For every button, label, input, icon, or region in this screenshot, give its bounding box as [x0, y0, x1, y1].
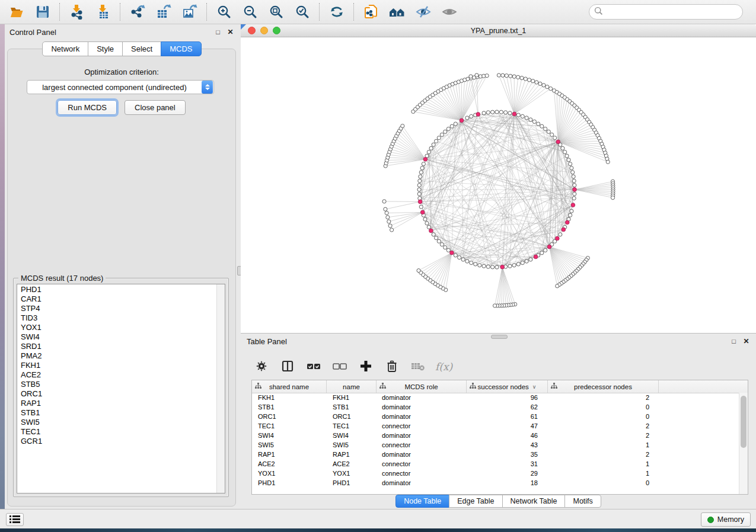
zoom-selected-button[interactable] — [289, 1, 315, 23]
zoom-in-button[interactable] — [211, 1, 237, 23]
tab-node-table[interactable]: Node Table — [395, 495, 449, 508]
zoom-fit-button[interactable] — [263, 1, 289, 23]
export-image-button[interactable] — [177, 1, 203, 23]
mcds-result-item[interactable]: PMA2 — [17, 351, 216, 361]
tab-network-table[interactable]: Network Table — [502, 495, 566, 508]
table-cell: 31 — [467, 460, 548, 467]
show-panels-list-button[interactable] — [6, 513, 24, 526]
show-graphics-button[interactable] — [436, 1, 462, 23]
column-header-name[interactable]: name — [327, 380, 377, 393]
add-column-button[interactable] — [356, 357, 376, 376]
dropdown-value: largest connected component (undirected) — [27, 83, 202, 92]
mcds-list-scrollbar[interactable] — [216, 284, 225, 493]
table-row[interactable]: TEC1TEC1connector472 — [252, 421, 739, 431]
mcds-result-item[interactable]: RAP1 — [17, 399, 216, 408]
table-row[interactable]: SWI5SWI5connector431 — [252, 440, 739, 450]
table-cell: RAP1 — [327, 451, 377, 458]
optimization-criterion-select[interactable]: largest connected component (undirected) — [27, 80, 214, 94]
tab-motifs[interactable]: Motifs — [564, 495, 601, 508]
tab-style[interactable]: Style — [88, 41, 123, 56]
network-overview-button[interactable] — [384, 1, 410, 23]
unchecked-boxes-icon — [332, 360, 347, 374]
mcds-result-item[interactable]: ORC1 — [17, 389, 216, 399]
network-window-titlebar[interactable]: YPA_prune.txt_1 — [241, 24, 756, 37]
table-cell: 29 — [467, 470, 548, 477]
table-settings-button[interactable] — [251, 357, 272, 376]
search-input[interactable] — [607, 7, 738, 17]
refresh-button[interactable] — [324, 1, 350, 23]
table-row[interactable]: PHD1PHD1dominator180 — [252, 478, 739, 488]
float-panel-icon[interactable]: □ — [214, 28, 222, 36]
memory-button[interactable]: Memory — [701, 512, 751, 527]
tab-network[interactable]: Network — [42, 41, 88, 56]
zoom-selected-icon — [295, 4, 310, 20]
table-row[interactable]: STB1STB1dominator620 — [252, 402, 739, 412]
column-header-shared-name[interactable]: shared name — [252, 380, 327, 393]
tab-mcds[interactable]: MCDS — [161, 41, 201, 56]
mcds-result-item[interactable]: FKH1 — [17, 361, 216, 370]
table-row[interactable]: RAP1RAP1dominator352 — [252, 450, 739, 459]
table-row[interactable]: ORC1ORC1dominator610 — [252, 412, 739, 421]
clone-network-button[interactable] — [358, 1, 384, 23]
float-table-panel-icon[interactable]: □ — [730, 338, 738, 345]
select-all-button[interactable] — [304, 357, 324, 376]
run-mcds-button[interactable]: Run MCDS — [58, 100, 117, 115]
network-graph-canvas[interactable] — [241, 37, 756, 333]
mcds-result-item[interactable]: STP4 — [17, 304, 216, 313]
show-columns-button[interactable] — [277, 357, 298, 376]
table-row[interactable]: FKH1FKH1dominator962 — [252, 393, 739, 402]
close-panel-button[interactable]: Close panel — [125, 100, 186, 115]
table-cell: dominator — [377, 479, 467, 486]
close-table-panel-icon[interactable]: ✕ — [742, 338, 750, 345]
mcds-result-item[interactable]: PHD1 — [17, 285, 216, 294]
table-scrollbar-thumb[interactable] — [741, 396, 747, 448]
trash-icon — [385, 360, 398, 374]
import-network-button[interactable] — [64, 1, 90, 23]
mcds-result-item[interactable]: YOX1 — [17, 323, 216, 332]
table-row[interactable]: ACE2ACE2connector311 — [252, 459, 739, 469]
hide-graphics-button[interactable] — [410, 1, 436, 23]
column-header-MCDS-role[interactable]: MCDS role — [377, 380, 467, 393]
open-session-button[interactable] — [4, 1, 30, 23]
mcds-result-item[interactable]: TEC1 — [17, 427, 216, 437]
export-table-button[interactable] — [151, 1, 177, 23]
table-cell: TEC1 — [327, 422, 377, 430]
close-panel-icon[interactable]: ✕ — [227, 28, 234, 36]
mcds-result-item[interactable]: ACE2 — [17, 370, 216, 380]
table-cell: connector — [377, 441, 467, 448]
column-label: successor nodes — [478, 383, 529, 390]
memory-label: Memory — [717, 515, 744, 524]
mcds-result-item[interactable]: CAR1 — [17, 294, 216, 304]
optimization-criterion-label: Optimization criterion: — [8, 68, 235, 76]
mcds-result-item[interactable]: SWI5 — [17, 418, 216, 427]
zoom-out-button[interactable] — [237, 1, 263, 23]
delete-column-button[interactable] — [382, 357, 402, 376]
zoom-in-icon — [216, 4, 232, 20]
column-header-predecessor-nodes[interactable]: predecessor nodes — [548, 380, 659, 393]
column-header-successor-nodes[interactable]: successor nodes∨ — [467, 380, 548, 393]
table-scrollbar[interactable] — [739, 393, 748, 494]
mcds-result-item[interactable]: STB1 — [17, 408, 216, 418]
mcds-result-item[interactable]: SWI4 — [17, 332, 216, 342]
mcds-result-item[interactable]: GCR1 — [17, 437, 216, 446]
deselect-all-button[interactable] — [330, 357, 350, 376]
tab-select[interactable]: Select — [122, 41, 161, 56]
open-folder-icon — [9, 4, 24, 20]
hierarchy-icon — [379, 383, 386, 390]
function-builder-label[interactable]: f(x) — [435, 361, 452, 373]
mcds-result-item[interactable]: STB5 — [17, 380, 216, 389]
tab-edge-table[interactable]: Edge Table — [449, 495, 502, 508]
mcds-result-list[interactable]: PHD1CAR1STP4TID3YOX1SWI4SRD1PMA2FKH1ACE2… — [17, 284, 225, 493]
import-table-button[interactable] — [90, 1, 116, 23]
control-panel: Control Panel □ ✕ NetworkStyleSelectMCDS… — [5, 24, 239, 509]
columns-icon — [281, 360, 294, 374]
control-panel-title: Control Panel — [9, 28, 56, 37]
delete-table-button-disabled[interactable] — [408, 357, 428, 376]
table-row[interactable]: YOX1YOX1connector291 — [252, 469, 739, 478]
table-row[interactable]: SWI4SWI4dominator462 — [252, 431, 739, 440]
mcds-result-item[interactable]: SRD1 — [17, 342, 216, 351]
table-panel-header: Table Panel □ ✕ — [241, 334, 756, 349]
export-network-button[interactable] — [125, 1, 151, 23]
save-session-button[interactable] — [30, 1, 56, 23]
mcds-result-item[interactable]: TID3 — [17, 313, 216, 323]
